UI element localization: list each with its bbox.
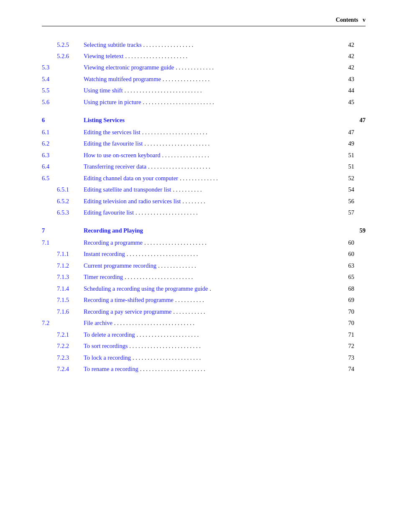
subsection-num: 7.1.3 (42, 271, 84, 283)
chapter-num: 7 (42, 218, 84, 237)
subsection-title[interactable]: To lock a recording . . . . . . . . . . … (84, 352, 332, 363)
subsection-page: 57 (332, 207, 354, 218)
subsection-num: 7.2.4 (42, 363, 84, 375)
chapter-title[interactable]: Recording and Playing (84, 218, 354, 237)
section-title[interactable]: Transferring receiver data . . . . . . .… (84, 161, 332, 172)
chapter-num: 6 (42, 108, 84, 126)
section-page: 52 (332, 172, 354, 184)
section-page: 45 (332, 96, 354, 107)
section-num: 7.2 (42, 317, 84, 329)
subsection-page: 71 (332, 329, 354, 340)
subsection-num: 7.2.3 (42, 352, 84, 363)
chapter-title[interactable]: Listing Services (84, 108, 354, 126)
subsection-title[interactable]: Scheduling a recording using the program… (84, 283, 332, 294)
section-num: 6.2 (42, 138, 84, 149)
subsection-page: 56 (332, 195, 354, 207)
subsection-title[interactable]: Instant recording . . . . . . . . . . . … (84, 248, 332, 260)
subsection-page: 60 (332, 248, 354, 260)
subsection-page: 72 (332, 340, 354, 352)
subsection-title[interactable]: Recording a pay service programme . . . … (84, 306, 332, 317)
section-title[interactable]: Watching multifeed programme . . . . . .… (84, 73, 332, 84)
subsection-num: 6.5.1 (42, 184, 84, 195)
subsection-num: 7.2.2 (42, 340, 84, 352)
section-page: 42 (332, 62, 354, 73)
section-num: 7.1 (42, 237, 84, 248)
header-label: Contents v (336, 17, 366, 23)
subsection-title[interactable]: To sort recordings . . . . . . . . . . .… (84, 340, 332, 352)
subsection-title[interactable]: Timer recording . . . . . . . . . . . . … (84, 271, 332, 283)
subsection-num: 5.2.6 (42, 50, 84, 61)
subsection-num: 6.5.2 (42, 195, 84, 207)
section-page: 51 (332, 149, 354, 161)
subsection-num: 7.1.2 (42, 260, 84, 271)
section-page: 47 (332, 126, 354, 138)
section-page: 70 (332, 317, 354, 329)
subsection-title[interactable]: Recording a time-shifted programme . . .… (84, 294, 332, 306)
section-title[interactable]: How to use on-screen keyboard . . . . . … (84, 149, 332, 161)
section-num: 5.3 (42, 62, 84, 73)
chapter-page: 47 (354, 108, 366, 126)
subsection-page: 74 (332, 363, 354, 375)
page: Contents v 5.2.5Selecting subtitle track… (0, 0, 399, 532)
section-title[interactable]: Editing the favourite list . . . . . . .… (84, 138, 332, 149)
subsection-title[interactable]: To rename a recording . . . . . . . . . … (84, 363, 332, 375)
subsection-page: 54 (332, 184, 354, 195)
subsection-title[interactable]: Editing satellite and transponder list .… (84, 184, 332, 195)
subsection-page: 42 (332, 50, 354, 61)
section-page: 49 (332, 138, 354, 149)
section-page: 43 (332, 73, 354, 84)
section-num: 6.4 (42, 161, 84, 172)
subsection-title[interactable]: To delete a recording . . . . . . . . . … (84, 329, 332, 340)
section-num: 6.3 (42, 149, 84, 161)
subsection-num: 7.2.1 (42, 329, 84, 340)
subsection-num: 6.5.3 (42, 207, 84, 218)
subsection-page: 42 (332, 39, 354, 50)
section-num: 6.1 (42, 126, 84, 138)
subsection-title[interactable]: Current programme recording . . . . . . … (84, 260, 332, 271)
subsection-page: 73 (332, 352, 354, 363)
section-page: 60 (332, 237, 354, 248)
chapter-page: 59 (354, 218, 366, 237)
section-title[interactable]: Recording a programme . . . . . . . . . … (84, 237, 332, 248)
subsection-page: 68 (332, 283, 354, 294)
subsection-page: 69 (332, 294, 354, 306)
section-title[interactable]: Editing channel data on your computer . … (84, 172, 332, 184)
section-page: 51 (332, 161, 354, 172)
section-num: 6.5 (42, 172, 84, 184)
section-page: 44 (332, 85, 354, 96)
subsection-title[interactable]: Editing television and radio services li… (84, 195, 332, 207)
subsection-page: 63 (332, 260, 354, 271)
subsection-title[interactable]: Viewing teletext . . . . . . . . . . . .… (84, 50, 332, 61)
section-title[interactable]: Using time shift . . . . . . . . . . . .… (84, 85, 332, 96)
section-title[interactable]: File archive . . . . . . . . . . . . . .… (84, 317, 332, 329)
section-num: 5.4 (42, 73, 84, 84)
toc-table: 5.2.5Selecting subtitle tracks . . . . .… (42, 39, 366, 375)
section-title[interactable]: Editing the services list . . . . . . . … (84, 126, 332, 138)
subsection-page: 70 (332, 306, 354, 317)
section-num: 5.6 (42, 96, 84, 107)
section-num: 5.5 (42, 85, 84, 96)
subsection-num: 7.1.4 (42, 283, 84, 294)
subsection-num: 7.1.5 (42, 294, 84, 306)
subsection-num: 7.1.1 (42, 248, 84, 260)
subsection-page: 65 (332, 271, 354, 283)
subsection-num: 7.1.6 (42, 306, 84, 317)
section-title[interactable]: Viewing electronic programme guide . . .… (84, 62, 332, 73)
subsection-title[interactable]: Editing favourite list . . . . . . . . .… (84, 207, 332, 218)
subsection-num: 5.2.5 (42, 39, 84, 50)
subsection-title[interactable]: Selecting subtitle tracks . . . . . . . … (84, 39, 332, 50)
section-title[interactable]: Using picture in picture . . . . . . . .… (84, 96, 332, 107)
page-header: Contents v (42, 17, 366, 26)
